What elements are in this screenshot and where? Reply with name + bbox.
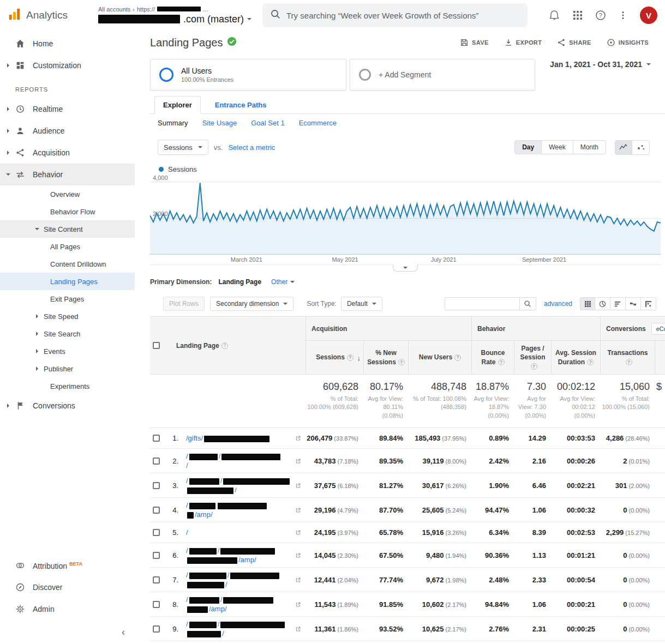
- sidebar-item-customization[interactable]: Customization: [0, 55, 135, 76]
- row-checkbox[interactable]: [153, 482, 160, 489]
- sort-type-dropdown[interactable]: Default: [341, 297, 382, 311]
- select-all-checkbox[interactable]: [153, 342, 160, 349]
- expander-icon[interactable]: [7, 404, 11, 408]
- expander-icon[interactable]: [7, 107, 11, 111]
- sidebar-item-attribution[interactable]: AttributionBETA: [0, 555, 135, 576]
- expander-icon[interactable]: [7, 129, 11, 133]
- help-icon[interactable]: ?: [454, 354, 461, 361]
- help-icon[interactable]: ?: [347, 354, 354, 361]
- landing-page-link[interactable]: /gifts/: [186, 434, 295, 443]
- share-button[interactable]: SHARE: [557, 38, 591, 47]
- sidebar-item-landing-pages[interactable]: Landing Pages: [0, 273, 135, 290]
- help-icon[interactable]: ?: [498, 359, 505, 365]
- sidebar-item-all-pages[interactable]: All Pages: [0, 238, 135, 255]
- insights-button[interactable]: INSIGHTS: [607, 38, 649, 47]
- avatar[interactable]: V: [640, 7, 657, 24]
- pivot-view-button[interactable]: [641, 297, 656, 310]
- row-checkbox[interactable]: [153, 529, 160, 536]
- export-button[interactable]: EXPORT: [504, 38, 542, 47]
- plot-rows-button[interactable]: Plot Rows: [163, 297, 205, 311]
- help-icon[interactable]: ?: [587, 359, 594, 365]
- landing-page-link[interactable]: //amp/: [186, 501, 295, 519]
- segment-all-users[interactable]: All Users 100.00% Entrances: [150, 59, 346, 91]
- help-icon[interactable]: ?: [398, 359, 405, 365]
- landing-page-link[interactable]: ///: [186, 619, 295, 638]
- collapse-sidebar-button[interactable]: ‹: [0, 620, 135, 644]
- open-in-new-icon[interactable]: [295, 529, 302, 536]
- expander-icon[interactable]: [36, 314, 40, 318]
- sidebar-item-home[interactable]: Home: [0, 33, 135, 55]
- sidebar-item-publisher[interactable]: Publisher: [0, 360, 135, 377]
- open-in-new-icon[interactable]: [295, 625, 302, 633]
- apps-grid-icon[interactable]: [572, 10, 583, 21]
- performance-view-button[interactable]: [610, 297, 626, 310]
- subtab-site-usage[interactable]: Site Usage: [202, 119, 237, 127]
- help-icon[interactable]: ?: [626, 359, 632, 365]
- landing-page-link[interactable]: ///: [186, 570, 295, 589]
- line-chart-view-button[interactable]: [615, 140, 632, 155]
- row-checkbox[interactable]: [153, 625, 160, 633]
- sidebar-item-discover[interactable]: Discover: [0, 576, 135, 598]
- dimension-landing-page[interactable]: Landing Page: [218, 278, 261, 286]
- row-checkbox[interactable]: [153, 601, 160, 608]
- sidebar-item-behavior-flow[interactable]: Behavior Flow: [0, 203, 135, 220]
- table-search-button[interactable]: [520, 297, 536, 310]
- column-header-avg-session-duration[interactable]: Avg. Session Duration?: [552, 341, 601, 374]
- landing-page-link[interactable]: ///amp/: [186, 595, 295, 613]
- sidebar-item-admin[interactable]: Admin: [0, 598, 135, 620]
- select-a-metric-link[interactable]: Select a metric: [228, 143, 275, 152]
- column-header-revenue[interactable]: [655, 341, 665, 374]
- open-in-new-icon[interactable]: [295, 435, 302, 442]
- sidebar-item-realtime[interactable]: Realtime: [0, 98, 135, 120]
- row-checkbox[interactable]: [153, 458, 160, 465]
- sidebar-item-site-search[interactable]: Site Search: [0, 325, 135, 342]
- subtab-goal-set-1[interactable]: Goal Set 1: [251, 119, 284, 127]
- secondary-dimension-dropdown[interactable]: Secondary dimension: [210, 297, 293, 311]
- expander-icon[interactable]: [6, 173, 10, 178]
- metric-select[interactable]: Sessions: [158, 140, 208, 155]
- sidebar-item-site-content[interactable]: Site Content: [0, 220, 135, 238]
- expander-icon[interactable]: [36, 366, 40, 371]
- row-checkbox[interactable]: [153, 507, 160, 514]
- table-filter-input[interactable]: [445, 297, 520, 310]
- analytics-logo[interactable]: Analytics: [8, 7, 98, 23]
- subtab-ecommerce[interactable]: Ecommerce: [299, 119, 337, 127]
- column-header-bounce-rate[interactable]: Bounce Rate?: [472, 341, 514, 374]
- date-range-picker[interactable]: Jan 1, 2021 - Oct 31, 2021: [550, 60, 651, 69]
- more-vertical-icon[interactable]: [618, 10, 628, 20]
- granularity-week-button[interactable]: Week: [542, 140, 573, 154]
- add-segment-button[interactable]: + Add Segment: [350, 59, 535, 91]
- subtab-summary[interactable]: Summary: [158, 119, 188, 127]
- account-selector[interactable]: .com (master): [98, 14, 251, 25]
- save-button[interactable]: SAVE: [460, 38, 489, 47]
- tab-explorer[interactable]: Explorer: [154, 96, 201, 114]
- help-icon[interactable]: ?: [531, 363, 537, 370]
- row-checkbox[interactable]: [153, 576, 160, 583]
- advanced-search-link[interactable]: advanced: [544, 300, 572, 308]
- global-search[interactable]: [262, 3, 528, 27]
- landing-page-link[interactable]: ///amp/: [186, 546, 295, 564]
- landing-page-link[interactable]: ///: [186, 452, 295, 470]
- sidebar-item-behavior[interactable]: Behavior: [0, 164, 135, 185]
- landing-page-link[interactable]: /: [186, 528, 295, 537]
- data-view-button[interactable]: [580, 297, 595, 310]
- open-in-new-icon[interactable]: [295, 482, 302, 489]
- column-header-transactions[interactable]: Transactions?: [601, 341, 655, 374]
- sidebar-item-conversions[interactable]: Conversions: [0, 395, 135, 417]
- chart-expander-button[interactable]: [393, 264, 418, 272]
- percentage-view-button[interactable]: [595, 297, 610, 310]
- open-in-new-icon[interactable]: [295, 507, 302, 514]
- sidebar-item-events[interactable]: Events: [0, 342, 135, 360]
- sidebar-item-acquisition[interactable]: Acquisition: [0, 142, 135, 164]
- tab-entrance-paths[interactable]: Entrance Paths: [215, 97, 267, 113]
- sidebar-item-exit-pages[interactable]: Exit Pages: [0, 290, 135, 308]
- granularity-day-button[interactable]: Day: [514, 140, 542, 154]
- notifications-bell-icon[interactable]: [548, 9, 560, 21]
- conversions-type-dropdown[interactable]: eComm: [651, 323, 665, 335]
- expander-icon[interactable]: [36, 332, 40, 336]
- column-header-new-sessions[interactable]: % New Sessions?: [364, 341, 409, 374]
- breadcrumb[interactable]: All accounts › https:// ...: [98, 6, 251, 13]
- motion-chart-view-button[interactable]: [632, 140, 650, 155]
- dimension-other-dropdown[interactable]: Other: [271, 278, 295, 286]
- sidebar-item-audience[interactable]: Audience: [0, 120, 135, 142]
